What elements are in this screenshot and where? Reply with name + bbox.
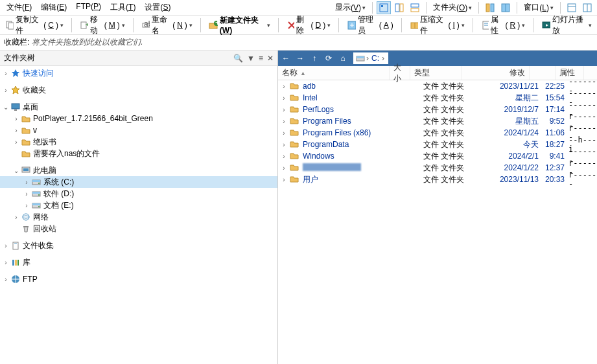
- view-mode-2-icon[interactable]: [392, 1, 406, 14]
- svg-point-46: [23, 216, 29, 218]
- expand-icon[interactable]: ›: [1, 70, 10, 77]
- expand-icon[interactable]: ›: [278, 83, 290, 90]
- expand-icon[interactable]: ›: [1, 259, 10, 266]
- expand-icon[interactable]: ›: [12, 214, 21, 221]
- view-mode-1-icon[interactable]: [377, 1, 391, 14]
- favorites-bar[interactable]: 收藏栏: 将文件夹拖放到此处以收藏它们.: [0, 35, 597, 51]
- expand-icon[interactable]: ⌄: [1, 104, 10, 111]
- col-type[interactable]: 类型: [410, 66, 462, 80]
- expand-icon[interactable]: ›: [22, 179, 31, 186]
- tree-label: 网络: [33, 212, 49, 223]
- move-icon: [80, 20, 88, 30]
- list-item[interactable]: ›PerfLogs文件 文件夹2019/12/717:14-------: [278, 104, 597, 115]
- tree-search-icon[interactable]: 🔍: [233, 54, 243, 63]
- list-item[interactable]: ›用户文件 文件夹2023/11/1320:33r------: [278, 174, 597, 185]
- list-item[interactable]: ›Program Files (x86)文件 文件夹2024/1/2411:06…: [278, 127, 597, 139]
- view-mode-3-icon[interactable]: [408, 1, 422, 14]
- svg-marker-30: [12, 69, 19, 77]
- expand-icon[interactable]: ›: [1, 276, 10, 283]
- expand-icon[interactable]: ›: [12, 115, 21, 122]
- nav-refresh-icon[interactable]: ⟳: [322, 52, 335, 65]
- list-item[interactable]: ›文件 文件夹2024/1/2212:37r------: [278, 162, 597, 174]
- quick-icon: [10, 68, 21, 78]
- move-button[interactable]: 移动(M)▾: [77, 13, 128, 38]
- properties-button[interactable]: 属性(R)▾: [478, 13, 528, 38]
- new-folder-button[interactable]: + 新建文件夹(W)▾: [206, 14, 273, 36]
- tree-item[interactable]: ›网络: [0, 211, 277, 223]
- expand-icon[interactable]: ›: [1, 87, 10, 94]
- tree-close-icon[interactable]: ✕: [267, 54, 274, 63]
- col-attr[interactable]: 属性: [556, 66, 584, 80]
- tree-item[interactable]: ⌄桌面: [0, 101, 277, 113]
- expand-icon[interactable]: ›: [278, 130, 290, 137]
- expand-icon[interactable]: ›: [278, 118, 290, 125]
- list-item[interactable]: ›ProgramData文件 文件夹今天18:27--h---i: [278, 139, 597, 150]
- svg-rect-48: [13, 242, 18, 249]
- folder-tree[interactable]: ›快速访问›收藏夹⌄桌面›PotPlayer_1.7.21566_64bit_G…: [0, 66, 277, 364]
- expand-icon[interactable]: ›: [278, 141, 290, 148]
- delete-button[interactable]: 删除(D)▾: [284, 13, 334, 38]
- rename-button[interactable]: ab 重命名(N)▾: [139, 13, 195, 38]
- col-size[interactable]: 大小: [390, 66, 410, 80]
- tree-item[interactable]: ›FTP: [0, 273, 277, 285]
- win-layout-2-icon[interactable]: [580, 1, 594, 14]
- svg-rect-10: [568, 4, 576, 12]
- tree-filter-icon[interactable]: ▼: [247, 54, 255, 63]
- file-time: 9:41: [543, 152, 568, 161]
- tree-item[interactable]: ›PotPlayer_1.7.21566_64bit_Green: [0, 113, 277, 124]
- expand-icon[interactable]: ›: [278, 106, 290, 113]
- expand-icon[interactable]: ›: [22, 202, 31, 209]
- tree-item[interactable]: ›文档 (E:): [0, 199, 277, 211]
- tree-item[interactable]: ›系统 (C:): [0, 176, 277, 188]
- tree-item[interactable]: ⌄此电脑: [0, 165, 277, 176]
- file-list[interactable]: ›adb文件 文件夹2023/11/2122:25-------›Intel文件…: [278, 80, 597, 364]
- tree-item[interactable]: ›软件 (D:): [0, 188, 277, 199]
- breadcrumb[interactable]: › C: ›: [353, 52, 388, 64]
- list-item[interactable]: ›Intel文件 文件夹星期二15:54-------: [278, 92, 597, 104]
- folder-icon: [290, 116, 300, 126]
- expand-icon[interactable]: ›: [278, 176, 290, 183]
- expand-icon[interactable]: ›: [1, 242, 10, 249]
- list-item[interactable]: ›adb文件 文件夹2023/11/2122:25-------: [278, 80, 597, 92]
- layout-1-icon[interactable]: [483, 1, 497, 14]
- list-item[interactable]: ›Program Files文件 文件夹星期五9:52r------: [278, 115, 597, 127]
- expand-icon[interactable]: ›: [278, 165, 290, 172]
- expand-icon[interactable]: ⌄: [12, 167, 21, 174]
- nav-up-icon[interactable]: ↑: [308, 52, 321, 65]
- tree-item[interactable]: ›v: [0, 124, 277, 136]
- expand-icon[interactable]: ›: [12, 127, 21, 134]
- expand-icon[interactable]: ›: [12, 139, 21, 146]
- col-date[interactable]: 修改: [462, 66, 530, 80]
- list-item[interactable]: ›Windows文件 文件夹2024/2/19:41-------: [278, 150, 597, 162]
- col-time[interactable]: [530, 66, 556, 80]
- expand-icon[interactable]: ›: [22, 190, 31, 198]
- tree-item[interactable]: ›快速访问: [0, 67, 277, 79]
- col-name[interactable]: 名称▲: [278, 66, 390, 80]
- tree-item[interactable]: ›库: [0, 256, 277, 268]
- file-date: 今天: [475, 139, 543, 150]
- file-name: Intel: [303, 93, 403, 102]
- tree-item[interactable]: 回收站: [0, 223, 277, 234]
- tree-item[interactable]: ›文件收集: [0, 240, 277, 251]
- copy-file-button[interactable]: 复制文件(C)▾: [3, 13, 66, 38]
- expand-icon[interactable]: ›: [278, 95, 290, 102]
- file-type: 文件 文件夹: [423, 139, 475, 150]
- win-layout-1-icon[interactable]: [565, 1, 579, 14]
- recycle-icon: [21, 223, 31, 234]
- tree-item[interactable]: ›收藏夹: [0, 84, 277, 96]
- file-name: Program Files (x86): [303, 128, 403, 137]
- breadcrumb-segment[interactable]: C:: [370, 54, 380, 63]
- expand-icon[interactable]: ›: [278, 153, 290, 160]
- tree-menu-icon[interactable]: ≡: [259, 54, 263, 63]
- nav-back-icon[interactable]: ←: [279, 52, 292, 65]
- compress-button[interactable]: 压缩文件(I)▾: [407, 13, 467, 38]
- nav-home-icon[interactable]: ⌂: [336, 52, 349, 65]
- admin-button[interactable]: 管理员(A): [344, 13, 396, 38]
- nav-forward-icon[interactable]: →: [294, 52, 307, 65]
- tree-item[interactable]: 需要存入nas的文件: [0, 148, 277, 159]
- folder-icon: [290, 128, 300, 138]
- slideshow-button[interactable]: 幻灯片播放▾: [539, 13, 594, 38]
- layout-2-icon[interactable]: [498, 1, 513, 14]
- svg-rect-55: [357, 56, 364, 58]
- tree-item[interactable]: ›绝版书: [0, 136, 277, 148]
